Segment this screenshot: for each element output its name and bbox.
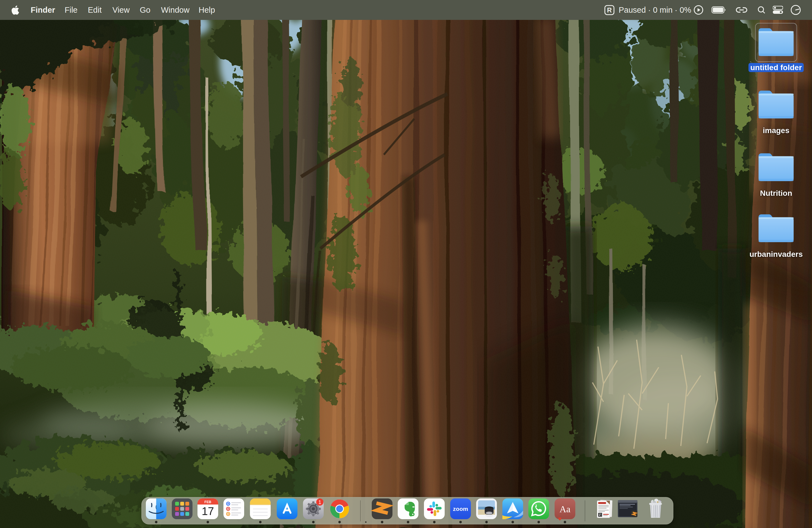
svg-text:FEB: FEB [204,500,211,504]
svg-text:R: R [607,6,612,14]
svg-text:17: 17 [202,505,214,517]
svg-text:zoom: zoom [453,505,468,512]
svg-text:Aa: Aa [560,504,570,514]
svg-text:1: 1 [318,500,321,505]
